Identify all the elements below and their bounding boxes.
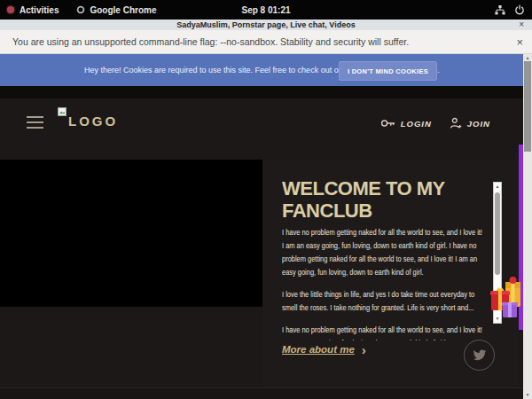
site-nav: LOGIN JOIN: [380, 117, 490, 129]
key-icon: [380, 118, 395, 129]
about-paragraph: I have no problem getting naked for all …: [282, 225, 485, 278]
hamburger-menu-icon[interactable]: [27, 116, 43, 129]
join-button[interactable]: JOIN: [450, 117, 490, 129]
site-top-strip: [0, 86, 523, 98]
chrome-app-icon: [76, 5, 85, 14]
welcome-heading: WELCOME TO MY FANCLUB: [282, 178, 455, 222]
cookie-consent-bar: Hey there! Cookies are required to use t…: [0, 54, 523, 86]
activities-button[interactable]: Activities: [20, 5, 59, 15]
app-menu-label: Google Chrome: [90, 5, 156, 15]
site-logo[interactable]: LOGO: [58, 107, 118, 129]
scroll-down-icon[interactable]: ▼: [523, 392, 532, 397]
gift-boxes-icon[interactable]: [490, 273, 524, 323]
scroll-up-icon[interactable]: ▲: [523, 55, 532, 60]
twitter-bird-icon: [473, 349, 487, 362]
cookie-accept-button[interactable]: I DON'T MIND COOKIES: [339, 61, 437, 81]
browser-infobar: You are using an unsupported command-lin…: [0, 30, 532, 54]
broken-image-icon: [58, 107, 66, 116]
clock[interactable]: Sep 8 01:21: [241, 0, 290, 20]
twitter-button[interactable]: [464, 340, 495, 371]
browser-tab-strip: SadyaMuslim, Pornstar page, Live chat, V…: [0, 20, 532, 30]
scroll-up-icon[interactable]: ▲: [494, 184, 501, 189]
about-scrollbar-thumb[interactable]: [495, 192, 500, 275]
join-label: JOIN: [467, 119, 490, 129]
logo-alt-text: LOGO: [68, 113, 118, 129]
about-paragraph: I have no problem getting naked for all …: [282, 323, 485, 340]
infobar-message: You are using an unsupported command-lin…: [0, 36, 409, 47]
webpage: LOGO LOGIN JOIN WELCOME TO MY FAN: [0, 86, 523, 399]
power-icon[interactable]: [514, 4, 525, 15]
more-about-me-label: More about me: [282, 344, 355, 355]
desktop-screen: Activities Google Chrome Sep 8 01:21: [0, 0, 532, 399]
browser-tab[interactable]: SadyaMuslim, Pornstar page, Live chat, V…: [0, 20, 532, 30]
login-button[interactable]: LOGIN: [380, 118, 432, 129]
login-label: LOGIN: [401, 119, 432, 129]
recording-dot-icon: [7, 6, 14, 13]
network-icon[interactable]: [495, 5, 505, 15]
more-about-me-link[interactable]: More about me ›: [282, 344, 366, 355]
tab-close-icon[interactable]: ×: [519, 20, 524, 30]
video-placeholder[interactable]: [0, 160, 262, 307]
person-plus-icon: [450, 117, 462, 129]
about-text-scrollarea[interactable]: I have no problem getting naked for all …: [282, 225, 485, 340]
app-menu[interactable]: Google Chrome: [76, 5, 156, 15]
site-footer-strip: [0, 387, 523, 399]
chevron-right-icon: ›: [362, 345, 366, 355]
about-paragraph: I love the little things in life, and ye…: [282, 287, 485, 314]
gnome-top-bar: Activities Google Chrome Sep 8 01:21: [0, 0, 532, 20]
browser-scrollbar[interactable]: ▲ ▼: [523, 54, 532, 399]
infobar-close-icon[interactable]: ×: [516, 35, 523, 49]
browser-scrollbar-thumb[interactable]: [524, 61, 531, 152]
